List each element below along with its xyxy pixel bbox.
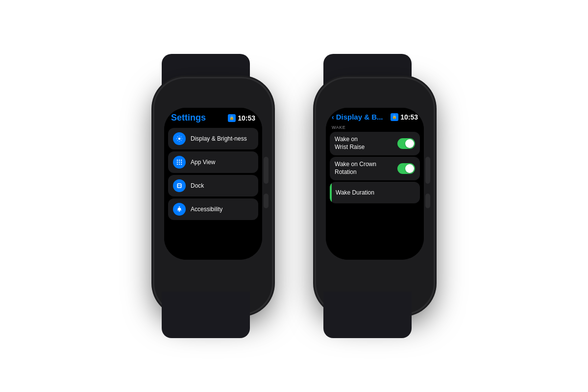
- wake-duration-item[interactable]: Wake Duration: [330, 182, 420, 203]
- dock-icon: [173, 179, 186, 192]
- side-button-2[interactable]: [425, 194, 430, 208]
- display-screen: ‹ Display & B... 🔒 10:53 WAKE Wake onWri…: [326, 108, 424, 260]
- settings-screen: Settings 🔒 10:53 Display & Bright-ness: [164, 108, 262, 260]
- wake-settings-list: Wake onWrist Raise Wake on CrownRotation…: [326, 132, 424, 203]
- settings-header: Settings 🔒 10:53: [164, 108, 262, 126]
- settings-title: Settings: [171, 113, 206, 123]
- wake-wrist-raise-item[interactable]: Wake onWrist Raise: [330, 132, 420, 155]
- band-bottom-1: [162, 292, 250, 338]
- svg-point-10: [179, 160, 180, 161]
- settings-menu: Display & Bright-ness App View: [164, 126, 262, 260]
- appview-icon: [173, 156, 186, 169]
- wake-crown-rotation-toggle[interactable]: [397, 163, 415, 174]
- watch-screen-2: ‹ Display & B... 🔒 10:53 WAKE Wake onWri…: [326, 108, 424, 260]
- svg-line-5: [177, 137, 178, 137]
- svg-point-17: [181, 164, 182, 165]
- svg-point-21: [179, 206, 180, 207]
- svg-point-11: [181, 160, 182, 161]
- svg-line-8: [181, 137, 181, 137]
- wake-wrist-raise-toggle[interactable]: [397, 138, 415, 149]
- svg-line-7: [177, 140, 178, 141]
- display-header: ‹ Display & B... 🔒 10:53: [326, 108, 424, 124]
- appview-label: App View: [191, 159, 215, 166]
- wake-crown-rotation-item[interactable]: Wake on CrownRotation: [330, 157, 420, 180]
- accessibility-label: Accessibility: [191, 206, 222, 213]
- wake-section-label: WAKE: [326, 124, 424, 132]
- watch-screen-1: Settings 🔒 10:53 Display & Bright-ness: [164, 108, 262, 260]
- svg-rect-20: [178, 186, 181, 187]
- display-screen-title: Display & B...: [336, 113, 389, 121]
- menu-item-display[interactable]: Display & Bright-ness: [168, 128, 258, 149]
- menu-item-appview[interactable]: App View: [168, 151, 258, 173]
- svg-point-15: [177, 164, 178, 165]
- wake-duration-accent: [330, 182, 332, 203]
- wake-duration-label: Wake Duration: [336, 183, 374, 202]
- wake-crown-rotation-label: Wake on CrownRotation: [335, 161, 397, 176]
- wake-wrist-raise-label: Wake onWrist Raise: [335, 136, 397, 151]
- crown-button-1[interactable]: [264, 157, 269, 184]
- svg-point-13: [179, 162, 180, 163]
- svg-rect-18: [177, 183, 181, 188]
- svg-point-9: [177, 160, 178, 161]
- svg-line-6: [181, 140, 181, 141]
- lock-icon-1: 🔒: [228, 114, 236, 122]
- watch-body-2: ‹ Display & B... 🔒 10:53 WAKE Wake onWri…: [316, 78, 434, 314]
- dock-label: Dock: [191, 182, 204, 189]
- watch-body-1: Settings 🔒 10:53 Display & Bright-ness: [154, 78, 272, 314]
- menu-item-accessibility[interactable]: Accessibility: [168, 198, 258, 220]
- time-area-2: 🔒 10:53: [391, 113, 418, 121]
- lock-icon-2: 🔒: [391, 113, 398, 121]
- side-button-1[interactable]: [264, 194, 269, 208]
- svg-point-12: [177, 162, 178, 163]
- time-area-1: 🔒 10:53: [228, 114, 255, 122]
- svg-rect-19: [178, 184, 181, 185]
- display-icon: [173, 132, 186, 145]
- watch-1: Settings 🔒 10:53 Display & Bright-ness: [147, 54, 279, 338]
- time-text-2: 10:53: [400, 113, 418, 121]
- crown-button-2[interactable]: [425, 157, 430, 184]
- svg-point-16: [179, 164, 180, 165]
- svg-point-0: [178, 138, 181, 140]
- accessibility-icon: [173, 203, 186, 216]
- menu-item-dock[interactable]: Dock: [168, 175, 258, 196]
- display-label: Display & Bright-ness: [191, 135, 247, 142]
- time-text-1: 10:53: [238, 114, 255, 122]
- back-chevron-icon[interactable]: ‹: [332, 113, 334, 121]
- svg-point-14: [181, 162, 182, 163]
- band-bottom-2: [323, 292, 412, 338]
- watch-2: ‹ Display & B... 🔒 10:53 WAKE Wake onWri…: [309, 54, 441, 338]
